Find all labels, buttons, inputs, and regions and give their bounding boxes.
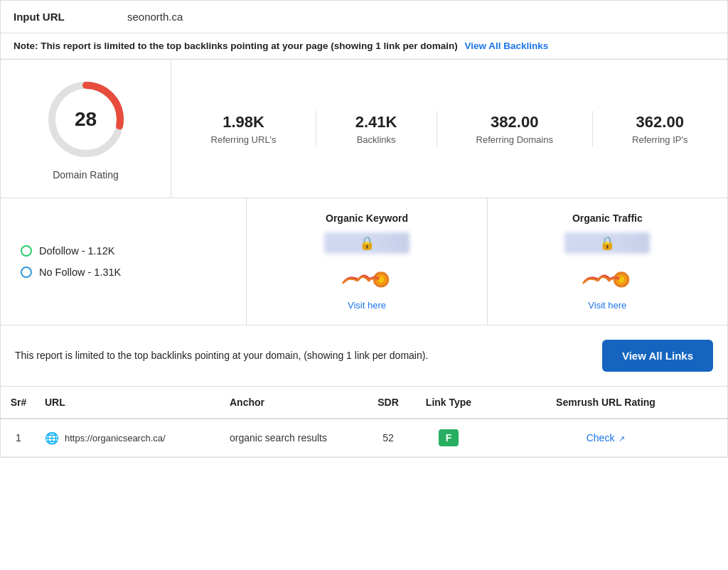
view-all-links-button[interactable]: View All Links: [602, 340, 713, 372]
organic-traffic-box: Organic Traffic 🔒 Visit here: [488, 198, 727, 325]
td-url: 🌐 https://organicsearch.ca/: [36, 419, 221, 457]
metric-referring-urls: 1.98K Referring URL's: [200, 113, 288, 145]
table-header-row: Sr# URL Anchor SDR Link Type Semrush URL…: [1, 387, 727, 419]
td-sr: 1: [1, 419, 36, 457]
note-row: Note: This report is limited to the top …: [1, 33, 727, 59]
backlinks-table: Sr# URL Anchor SDR Link Type Semrush URL…: [1, 387, 727, 457]
organic-keyword-box: Organic Keyword 🔒 Visit here: [247, 198, 487, 325]
table-row: 1 🌐 https://organicsearch.ca/ organic se…: [1, 419, 727, 457]
table-body: 1 🌐 https://organicsearch.ca/ organic se…: [1, 419, 727, 457]
metric-label-referring-domains: Referring Domains: [476, 134, 553, 145]
metric-value-referring-urls: 1.98K: [211, 113, 277, 131]
organic-keyword-title: Organic Keyword: [326, 213, 408, 224]
th-sr: Sr#: [1, 387, 36, 419]
view-all-section: This report is limited to the top backli…: [1, 326, 727, 387]
nofollow-circle-icon: [21, 267, 32, 278]
metric-backlinks: 2.41K Backlinks: [344, 113, 409, 145]
organic-traffic-title: Organic Traffic: [572, 213, 643, 224]
td-link-type: F: [413, 419, 484, 457]
semrush-check-link[interactable]: Check ↗: [587, 432, 626, 443]
gauge-number: 28: [75, 108, 97, 131]
dofollow-item: Dofollow - 1.12K: [21, 245, 226, 257]
td-semrush: Check ↗: [484, 419, 727, 457]
th-semrush: Semrush URL Rating: [484, 387, 727, 419]
metric-referring-ips: 362.00 Referring IP's: [621, 113, 699, 145]
input-url-label: Input URL: [14, 11, 127, 23]
metric-value-referring-domains: 382.00: [476, 113, 553, 131]
metrics-row: 1.98K Referring URL's 2.41K Backlinks 38…: [171, 60, 727, 198]
nofollow-label: No Follow - 1.31K: [39, 267, 121, 278]
lock-icon-keyword: 🔒: [359, 235, 375, 251]
td-anchor: organic search results: [221, 419, 363, 457]
view-all-text: This report is limited to the top backli…: [15, 348, 428, 363]
domain-rating-gauge: 28: [43, 77, 129, 162]
metric-label-backlinks: Backlinks: [355, 134, 397, 145]
note-text: Note: This report is limited to the top …: [14, 41, 458, 51]
input-url-value: seonorth.ca: [127, 11, 183, 23]
organic-traffic-blurred: 🔒: [564, 232, 650, 254]
metric-value-referring-ips: 362.00: [632, 113, 687, 131]
organic-keyword-visit-link[interactable]: Visit here: [348, 300, 386, 311]
view-all-backlinks-link[interactable]: View All Backlinks: [465, 41, 549, 51]
metric-divider-1: [316, 111, 316, 146]
metric-referring-domains: 382.00 Referring Domains: [465, 113, 564, 145]
globe-icon: 🌐: [45, 431, 59, 445]
link-type-section: Dofollow - 1.12K No Follow - 1.31K Organ…: [1, 198, 727, 326]
nofollow-item: No Follow - 1.31K: [21, 267, 226, 278]
url-text: https://organicsearch.ca/: [65, 433, 166, 443]
th-link-type: Link Type: [413, 387, 484, 419]
th-url: URL: [36, 387, 221, 419]
th-sdr: SDR: [363, 387, 413, 419]
svg-point-7: [619, 276, 624, 282]
metric-label-referring-urls: Referring URL's: [211, 134, 277, 145]
domain-rating-box: 28 Domain Rating: [1, 60, 171, 198]
metric-divider-2: [437, 111, 437, 146]
url-cell: 🌐 https://organicsearch.ca/: [45, 431, 213, 445]
input-url-row: Input URL seonorth.ca: [1, 1, 727, 33]
table-section: Sr# URL Anchor SDR Link Type Semrush URL…: [1, 387, 727, 457]
main-container: Input URL seonorth.ca Note: This report …: [0, 0, 728, 458]
domain-rating-label: Domain Rating: [53, 169, 119, 181]
metric-value-backlinks: 2.41K: [355, 113, 397, 131]
svg-point-4: [378, 276, 384, 282]
table-head: Sr# URL Anchor SDR Link Type Semrush URL…: [1, 387, 727, 419]
dofollow-label: Dofollow - 1.12K: [39, 245, 114, 257]
flame-icon-keyword: [338, 264, 395, 294]
th-anchor: Anchor: [221, 387, 363, 419]
external-link-icon: ↗: [619, 434, 625, 443]
lock-icon-traffic: 🔒: [599, 235, 615, 251]
dofollow-circle-icon: [21, 245, 32, 257]
td-sdr: 52: [363, 419, 413, 457]
organic-keyword-blurred: 🔒: [324, 232, 410, 254]
organic-traffic-visit-link[interactable]: Visit here: [588, 300, 626, 311]
metric-divider-3: [592, 111, 593, 146]
metric-label-referring-ips: Referring IP's: [632, 134, 687, 145]
stats-section: 28 Domain Rating 1.98K Referring URL's 2…: [1, 59, 727, 198]
flame-icon-traffic: [579, 264, 636, 294]
link-type-box: Dofollow - 1.12K No Follow - 1.31K: [1, 198, 247, 325]
link-type-badge: F: [439, 429, 459, 446]
